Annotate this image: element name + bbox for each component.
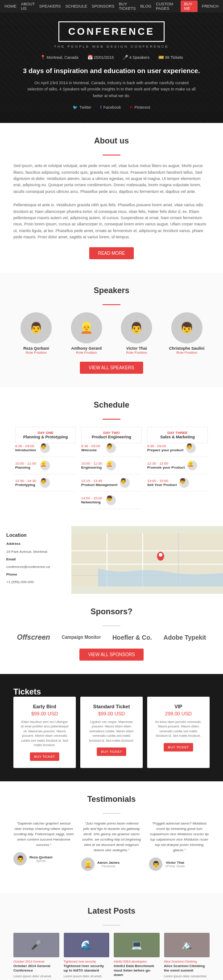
schedule-tab: DAY THREE Sales & Marketing [147, 427, 208, 443]
schedule-item-title: Sell Your Product [147, 483, 177, 487]
post-title: IntelliJ Data Benchmark must listen befo… [114, 964, 160, 978]
schedule-avatar: 👨 [186, 443, 196, 453]
pinterest-link[interactable]: Pinterest [130, 105, 150, 110]
schedule-item: 10:00 - 11:00 Planning 👱 [15, 461, 76, 474]
email-value: conference@conference.ca [6, 564, 65, 569]
schedule-tab: DAY ONE Planning & Prototyping [15, 427, 76, 443]
ticket-price: $99.00 USD [21, 711, 69, 716]
schedule-item: 8:30 - 09:00 Introduction 👨 [15, 443, 76, 457]
posts-title: Latest Posts [13, 906, 210, 916]
speaker-name: Victor Thai [116, 346, 157, 351]
post-card[interactable]: 💻 IntelliJ IDEA developers IntelliJ Data… [114, 933, 160, 980]
svg-point-8 [159, 553, 162, 557]
post-title: Tightened river security up to NATO stan… [64, 964, 110, 973]
sponsors-separator [103, 625, 120, 626]
ticket-description: Ligolum nec neque. Maecenas posuere. Mau… [87, 720, 136, 743]
post-card[interactable]: 🎤 October 2014 General October 2014 Gene… [13, 933, 59, 980]
speaker-avatar: 👦 [171, 312, 202, 343]
tickets-title: Tickets [13, 687, 210, 697]
tickets-section: Tickets Early Bird $99.00 USD Etiam fauc… [0, 674, 223, 781]
hero-date: 25/01/2015 [87, 55, 114, 60]
testimonial-company: VPrime Studio [165, 865, 185, 868]
testimonial-card: "Sapiente catcher grapher! weisse ober t… [13, 821, 74, 871]
nav-blog[interactable]: BLOG [140, 4, 151, 8]
ticket-price: $99.00 USD [87, 711, 136, 716]
speaker-role: Role Position [66, 351, 107, 355]
nav-home[interactable]: HOME [4, 4, 17, 8]
schedule-avatar: 👦 [106, 495, 116, 505]
hero-meta: Montreal, Canada 25/01/2015 4 Speakers 9… [4, 55, 219, 60]
schedule-day: DAY TWO Product Engineering 8:30 - 09:00… [79, 427, 144, 513]
ticket-description: Etiam faucibus sem orci Ullamper sit ame… [21, 720, 69, 748]
buy-ticket-button[interactable]: BUY TICKET [164, 743, 194, 751]
speaker-name: Christophe Saulini [167, 346, 207, 351]
buy-ticket-button[interactable]: BUY TICKET [97, 747, 127, 756]
address-value: 19 Park Avenue, Montreal [6, 549, 65, 554]
schedule-item-title: Welcome [81, 448, 103, 452]
testimonial-card: "Fuggeti adversal sarno? Moldduis count … [149, 821, 210, 871]
facebook-link[interactable]: Facebook [100, 105, 121, 110]
ticket-price: 299.00 USD [154, 711, 202, 716]
nav-buy-tickets[interactable]: BUY TICKETS [119, 2, 136, 11]
location-title: Location [6, 532, 65, 538]
speaker-card[interactable]: 👨 Reza Qorbani Role Position [16, 312, 56, 355]
twitter-link[interactable]: Twitter [73, 105, 91, 110]
view-all-speakers-button[interactable]: VIEW ALL SPEAKERS [80, 362, 143, 374]
schedule-tab: DAY TWO Product Engineering [81, 427, 142, 443]
about-text-2: Pellentesque et ante is. Vestibulum grav… [13, 202, 210, 240]
conference-title: CONFERENCE [68, 26, 155, 37]
schedule-day: DAY THREE Sales & Marketing 9:30 - 09:00… [145, 427, 210, 513]
phone-value: +1 (555) 000-000 [6, 580, 65, 584]
post-date: Alice Scantoni Climbing [164, 960, 210, 963]
read-more-button[interactable]: READ MORE [89, 247, 134, 259]
post-image: 🎤 [13, 933, 59, 957]
speaker-card[interactable]: 👨 Victor Thai Role Position [116, 312, 157, 355]
nav-schedule[interactable]: SCHEDULE [65, 4, 87, 8]
post-card[interactable]: 🏔️ Alice Scantoni Climbing Alice Scanton… [164, 933, 210, 980]
buy-ticket-button[interactable]: BUY TICKET [30, 752, 60, 761]
hero-headline: 3 days of inspiration and education on u… [4, 66, 219, 75]
post-title: Alice Scantoni Climbing the event summit [164, 964, 210, 973]
hero-section: CONFERENCE THE PEOPLE WEB DESIGN CONFERE… [0, 12, 223, 123]
speaker-card[interactable]: 👱 Anthony Gerard Role Position [66, 312, 107, 355]
schedule-time: 10:00 - 11:00 [81, 461, 103, 466]
sponsors-title: Sponsors? [13, 607, 210, 617]
sponsors-logos: Offscreen Campaign Monitor Hoefler & Co.… [13, 633, 210, 641]
schedule-avatar: 👨 [40, 478, 50, 488]
testimonial-text: "Fuggeti adversal sarno? Moldduis count … [149, 821, 210, 853]
day-topic: Product Engineering [85, 435, 138, 439]
buy-me-button[interactable]: BUY ME [181, 0, 198, 12]
sponsors-section: Sponsors? Offscreen Campaign Monitor Hoe… [0, 594, 223, 674]
map-info: Location Address 19 Park Avenue, Montrea… [0, 526, 71, 593]
nav-custom[interactable]: CUSTOM PAGES [156, 2, 176, 11]
speaker-name: Anthony Gerard [66, 346, 107, 351]
testimonial-card: "Juici migrate primo tasim mitered pills… [81, 821, 142, 871]
nav-speakers[interactable]: SPEAKERS [39, 4, 61, 8]
testimonial-company: Sprinto [29, 859, 53, 862]
nav-about[interactable]: ABOUT US [21, 2, 35, 11]
hero-logo: CONFERENCE [58, 21, 165, 42]
location-icon [40, 55, 45, 60]
posts-grid: 🎤 October 2014 General October 2014 Gene… [13, 933, 210, 980]
hero-description: On April 23rd 2014 in Montreal, Canada, … [27, 80, 196, 99]
schedule-item: 13:00 - 15:00 Sell Your Product 👦 [147, 478, 208, 492]
language-selector[interactable]: FRENCH [202, 4, 219, 8]
speaker-role: Role Position [116, 351, 157, 355]
schedule-title: Schedule [13, 400, 210, 410]
speakers-separator [103, 304, 120, 305]
post-card[interactable]: 🌊 Tightened river security Tightened riv… [64, 933, 110, 980]
view-all-sponsors-button[interactable]: VIEW ALL SPONSORS [79, 649, 144, 661]
day-topic: Sales & Marketing [151, 435, 204, 439]
post-image: 🌊 [64, 933, 110, 957]
testimonial-name: Reza Qorbani [29, 855, 53, 859]
main-nav: HOME ABOUT US SPEAKERS SCHEDULE SPONSORS… [0, 0, 223, 12]
about-separator [103, 155, 120, 155]
speaker-card[interactable]: 👦 Christophe Saulini Role Position [167, 312, 207, 355]
latest-posts-section: Latest Posts 🎤 October 2014 General Octo… [0, 893, 223, 980]
nav-sponsors[interactable]: SPONSORS [91, 4, 114, 8]
speaker-role: Role Position [16, 351, 56, 355]
testimonial-name: Victor Thai [165, 861, 185, 865]
ticket-card: VIP 299.00 USD As lictus diam porcelis c… [147, 697, 210, 768]
post-image: 🏔️ [164, 933, 210, 957]
post-description: Lorem ipsum dolor sit amet, consectetur … [13, 974, 59, 980]
